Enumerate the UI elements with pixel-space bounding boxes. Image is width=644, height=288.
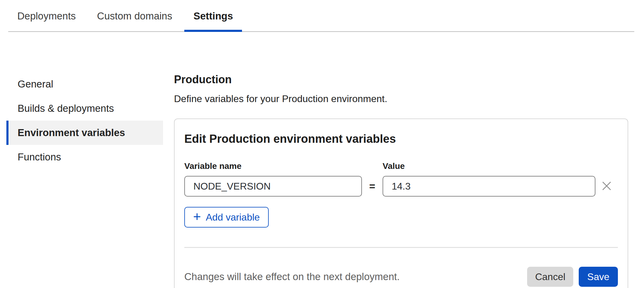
close-icon [600, 179, 613, 194]
settings-sidebar: General Builds & deployments Environment… [6, 72, 163, 288]
add-variable-button[interactable]: + Add variable [184, 207, 269, 228]
tab-settings[interactable]: Settings [184, 0, 242, 32]
remove-variable-button[interactable] [599, 179, 614, 194]
equals-sign: = [362, 180, 383, 192]
footer-note: Changes will take effect on the next dep… [184, 271, 400, 283]
card-footer: Changes will take effect on the next dep… [184, 267, 618, 287]
environment-variables-card: Edit Production environment variables Va… [174, 118, 628, 288]
cancel-button[interactable]: Cancel [527, 267, 573, 287]
variable-name-input[interactable] [184, 176, 362, 197]
sidebar-item-functions[interactable]: Functions [6, 145, 163, 169]
tab-bar: Deployments Custom domains Settings [8, 0, 634, 32]
variable-row: = [184, 176, 618, 197]
tab-deployments[interactable]: Deployments [8, 0, 85, 32]
sidebar-item-environment-variables[interactable]: Environment variables [6, 121, 163, 145]
content-area: General Builds & deployments Environment… [0, 72, 644, 288]
save-button[interactable]: Save [579, 267, 618, 287]
sidebar-item-builds-deployments[interactable]: Builds & deployments [6, 96, 163, 121]
value-label: Value [383, 161, 595, 171]
plus-icon: + [193, 210, 201, 223]
main-panel: Production Define variables for your Pro… [174, 72, 628, 288]
variable-value-input[interactable] [383, 176, 595, 197]
section-description: Define variables for your Production env… [174, 93, 628, 105]
section-title: Production [174, 73, 628, 86]
sidebar-item-general[interactable]: General [6, 72, 163, 96]
field-labels-row: Variable name Value [184, 161, 618, 171]
tab-custom-domains[interactable]: Custom domains [88, 0, 182, 32]
variable-name-label: Variable name [184, 161, 362, 171]
footer-actions: Cancel Save [527, 267, 618, 287]
card-title: Edit Production environment variables [184, 132, 618, 146]
card-divider [184, 247, 618, 248]
add-variable-label: Add variable [206, 212, 260, 223]
